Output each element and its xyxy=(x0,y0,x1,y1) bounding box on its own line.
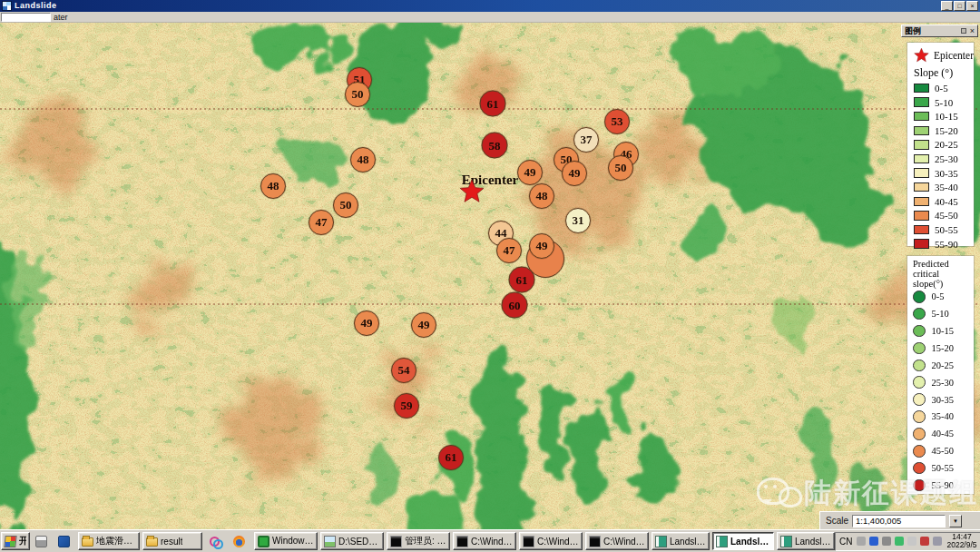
slope-marker[interactable]: 48 xyxy=(529,183,554,209)
taskbar-item[interactable]: D:\SED-ACT... xyxy=(320,532,384,550)
slope-legend-row: 40-45 xyxy=(914,196,974,207)
legend-close-icon[interactable]: × xyxy=(970,27,975,34)
taskbar-item[interactable]: 开始 xyxy=(1,532,30,550)
taskbar-item-icon xyxy=(390,536,402,547)
slope-marker[interactable]: 49 xyxy=(517,160,543,185)
taskbar-item[interactable]: Landslide xyxy=(712,532,774,550)
slope-legend-row: 25-30 xyxy=(914,153,974,164)
monitor-tray-icon[interactable] xyxy=(933,537,942,546)
window-titlebar[interactable]: Landslide _ □ × xyxy=(0,0,980,12)
taskbar-item[interactable]: Windows 任... xyxy=(254,532,318,550)
slope-legend-title: Slope (°) xyxy=(914,66,974,80)
marker-value: 50 xyxy=(352,87,364,102)
slope-marker[interactable]: 37 xyxy=(573,127,599,153)
slope-marker[interactable]: 50 xyxy=(345,82,370,107)
green-app-tray-icon[interactable] xyxy=(895,537,904,546)
window-title: Landslide xyxy=(15,1,57,11)
slope-legend-swatch xyxy=(914,112,929,122)
slope-marker[interactable]: 49 xyxy=(562,161,587,186)
scale-label: Scale xyxy=(826,516,848,526)
language-indicator[interactable]: CN xyxy=(839,537,852,547)
slope-legend-swatch xyxy=(914,97,929,107)
marker-value: 61 xyxy=(487,96,499,111)
slope-marker[interactable]: 47 xyxy=(496,238,522,263)
taskbar-item[interactable] xyxy=(205,532,227,550)
taskbar-item[interactable]: C:\Windows... xyxy=(453,532,516,550)
slope-marker[interactable]: 48 xyxy=(350,147,376,172)
slope-marker[interactable]: 61 xyxy=(509,267,535,293)
taskbar-item-icon xyxy=(146,537,158,547)
marker-value: 48 xyxy=(268,179,279,193)
predicted-legend-range: 10-15 xyxy=(932,326,955,336)
slope-marker[interactable]: 53 xyxy=(604,109,630,134)
legend-epicenter-row: Epicenter xyxy=(914,45,974,65)
maximize-button-icon[interactable]: □ xyxy=(954,1,965,11)
slope-marker[interactable]: 61 xyxy=(480,91,506,117)
volume-tray-icon[interactable] xyxy=(882,537,891,546)
taskbar-item[interactable]: 地震滑坡计... xyxy=(78,532,140,550)
legend-panel-titlebar[interactable]: 图例 × xyxy=(901,25,978,37)
taskbar-item-label: D:\SED-ACT... xyxy=(338,537,380,547)
taskbar-item[interactable]: C:\Windows... xyxy=(519,532,583,550)
taskbar-item[interactable]: Landslide xyxy=(777,532,835,550)
tray-icons xyxy=(857,537,942,546)
predicted-legend-row: 30-35 xyxy=(913,393,974,406)
clock[interactable]: 14:47 2022/9/5 xyxy=(946,533,976,549)
printer-tray-icon[interactable] xyxy=(857,537,866,546)
taskbar-item-icon xyxy=(4,536,16,547)
taskbar-item-label: C:\Windows... xyxy=(537,537,579,547)
slope-marker[interactable]: 48 xyxy=(260,173,286,199)
slope-marker[interactable]: 49 xyxy=(354,310,379,336)
scale-combo[interactable]: 1:1,400,005 xyxy=(852,515,946,527)
taskbar-item-icon xyxy=(258,536,270,547)
scale-dropdown-arrow-icon[interactable]: ▼ xyxy=(949,515,962,527)
slope-legend-swatch xyxy=(914,197,929,207)
slope-marker[interactable]: 50 xyxy=(333,192,358,218)
epicenter-star-icon[interactable] xyxy=(459,180,485,203)
slope-legend-row: 50-55 xyxy=(914,224,974,235)
taskbar-item[interactable] xyxy=(33,532,53,550)
slope-marker[interactable]: 50 xyxy=(608,155,633,181)
taskbar-item[interactable] xyxy=(230,532,251,550)
taskbar-item[interactable]: 管理员: C:... xyxy=(387,532,450,550)
predicted-legend-row: 15-20 xyxy=(913,342,974,355)
slope-marker[interactable]: 47 xyxy=(309,210,334,235)
marker-value: 47 xyxy=(316,215,328,230)
slope-marker[interactable]: 59 xyxy=(394,393,419,419)
slope-marker[interactable]: 49 xyxy=(411,312,436,338)
scale-value: 1:1,400,005 xyxy=(853,516,901,526)
pin-icon[interactable] xyxy=(961,28,966,34)
taskbar-item[interactable]: Landslide xyxy=(652,532,710,550)
predicted-legend-row: 50-55 xyxy=(913,462,974,475)
slope-marker[interactable]: 31 xyxy=(565,208,591,233)
alert-tray-icon[interactable] xyxy=(920,537,929,546)
slope-marker[interactable]: 58 xyxy=(482,133,508,159)
flag-tray-icon[interactable] xyxy=(907,537,916,546)
marker-value: 50 xyxy=(615,161,627,175)
slope-marker[interactable]: 49 xyxy=(529,233,554,259)
slope-legend-row: 30-35 xyxy=(914,168,974,179)
taskbar-item[interactable]: result xyxy=(142,532,202,550)
predicted-legend-range: 40-45 xyxy=(932,429,955,439)
taskbar-item-icon xyxy=(58,536,70,547)
close-button-icon[interactable]: × xyxy=(966,1,978,11)
taskbar-item-label: result xyxy=(161,537,182,547)
help-tray-icon[interactable] xyxy=(869,537,878,546)
taskbar-item[interactable]: C:\Windows... xyxy=(585,532,649,550)
slope-map-canvas[interactable]: 51 50 48 48 50 47 61 xyxy=(0,23,980,529)
predicted-legend-range: 45-50 xyxy=(932,446,955,456)
predicted-legend-range: 15-20 xyxy=(932,343,955,353)
toolbar-combo-input[interactable] xyxy=(1,13,51,22)
predicted-legend-swatch xyxy=(913,291,926,303)
toolbar: ater xyxy=(0,12,980,23)
predicted-legend-swatch xyxy=(913,342,926,355)
minimize-button-icon[interactable]: _ xyxy=(941,1,953,11)
slope-marker[interactable]: 61 xyxy=(438,445,464,470)
taskbar-item[interactable] xyxy=(55,532,75,550)
wechat-icon xyxy=(757,476,799,512)
slope-marker[interactable]: 60 xyxy=(502,292,528,319)
taskbar-item-icon xyxy=(523,536,534,547)
slope-legend-swatch xyxy=(914,140,929,150)
slope-marker[interactable]: 54 xyxy=(391,358,416,383)
slope-legend-row: 15-20 xyxy=(914,125,974,136)
